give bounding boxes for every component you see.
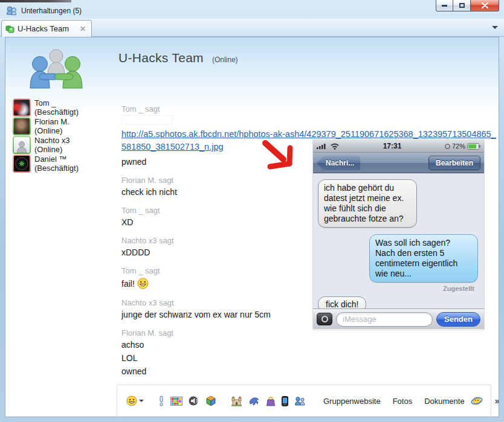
tab-u-hacks-team[interactable]: U-Hacks Team ✕ <box>1 20 92 37</box>
wifi-icon <box>330 143 340 150</box>
conversation-panel: U-Hacks Team (Online) Tom _ (Beschäftigt… <box>5 37 499 417</box>
list-item-florian[interactable]: Florian M. (Online) <box>13 117 79 135</box>
tab-close-icon[interactable]: ✕ <box>78 25 88 33</box>
iphone-nav-bar: Nachri... Bearbeiten <box>313 153 484 173</box>
share-people-icon <box>294 396 306 406</box>
window-controls <box>436 0 499 11</box>
color-palette-icon <box>170 397 183 406</box>
dizzy-emoticon-icon <box>471 395 483 406</box>
emoticon-picker-button[interactable] <box>126 395 144 406</box>
messenger-window: Unterhaltungen (5) U-Hacks Team ✕ <box>0 0 504 422</box>
mobile-button[interactable] <box>282 396 288 406</box>
leaf-badge-icon <box>15 157 28 170</box>
group-buddies-icon <box>25 47 88 95</box>
message-text: LOL <box>121 353 497 363</box>
participant-list: Tom _ (Beschäftigt) Florian M. (Online) <box>13 98 79 173</box>
window-title: Unterhaltungen (5) <box>21 7 82 15</box>
conversation-header: U-Hacks Team (Online) <box>118 51 238 65</box>
signal-icon <box>317 143 327 149</box>
contact-status: (Beschäftigt) <box>34 107 79 117</box>
nudge-button[interactable] <box>158 395 164 406</box>
close-button[interactable] <box>471 0 499 11</box>
shopping-bag-icon <box>266 396 276 406</box>
castle-icon <box>231 396 242 406</box>
imessage-input: iMessage <box>336 312 433 327</box>
conversation-toolbar: Gruppenwebsite Fotos Dokumente » <box>117 385 491 417</box>
contact-status: (Beschäftigt) <box>34 164 79 173</box>
games-dragon-button[interactable] <box>248 396 260 406</box>
lock-icon <box>445 144 450 149</box>
contact-name: Florian M. <box>34 117 69 126</box>
titlebar: Unterhaltungen (5) <box>0 2 504 19</box>
shopping-button[interactable] <box>266 396 276 406</box>
games-castle-button[interactable] <box>231 396 242 406</box>
incoming-bubble: fick dich! <box>318 296 366 309</box>
messenger-app-icon <box>6 6 17 16</box>
mobile-phone-icon <box>282 396 288 406</box>
chevron-down-icon <box>139 400 144 402</box>
page-title: U-Hacks Team <box>118 51 204 65</box>
list-item-daniel[interactable]: Daniel ™ (Beschäftigt) <box>13 155 79 173</box>
message-text: owned <box>121 366 497 376</box>
nudge-icon <box>158 395 164 406</box>
battery-percent: 72% <box>452 142 465 150</box>
red-arrow-annotation <box>256 138 301 175</box>
tab-list-dropdown-icon[interactable] <box>492 26 498 29</box>
contact-name: Tom _ <box>34 98 79 107</box>
avatar <box>13 98 31 117</box>
voice-clip-button[interactable] <box>189 396 199 406</box>
back-button: Nachri... <box>317 156 360 170</box>
gruppenwebsite-link[interactable]: Gruppenwebsite <box>323 397 381 406</box>
maximize-icon <box>459 3 465 8</box>
imessage-thread: ich habe gehört du datest jetzt meine ex… <box>313 173 484 309</box>
edit-button: Bearbeiten <box>428 156 480 170</box>
contact-status: (Online) <box>34 145 70 154</box>
camera-icon <box>317 313 332 325</box>
contact-status: (Online) <box>34 126 69 135</box>
tab-label: U-Hacks Team <box>18 24 78 33</box>
default-person-icon <box>16 141 27 153</box>
smiley-icon <box>126 395 137 406</box>
message-text: achso <box>121 340 497 350</box>
iphone-status-bar: 17:31 72% <box>313 140 484 153</box>
message-sender: Tom _ sagt <box>121 104 497 113</box>
iphone-clock: 17:31 <box>340 142 445 150</box>
close-icon <box>482 2 488 8</box>
avatar <box>13 117 31 135</box>
activities-button[interactable] <box>205 395 216 406</box>
message-sender: Florian M. sagt <box>121 328 497 337</box>
fotos-link[interactable]: Fotos <box>393 397 413 406</box>
dokumente-link[interactable]: Dokumente <box>424 397 464 406</box>
sharing-button[interactable] <box>294 396 306 406</box>
grin-emoticon <box>137 278 149 289</box>
outgoing-bubble: Was soll ich sagen? Nach den ersten 5 ce… <box>369 234 478 283</box>
toolbar-overflow-button[interactable]: » <box>495 396 499 406</box>
battery-icon <box>467 143 480 150</box>
group-tab-icon <box>5 25 15 33</box>
imessage-compose-bar: iMessage Senden <box>313 309 484 329</box>
avatar <box>13 155 31 173</box>
contact-name: Daniel ™ <box>34 155 79 164</box>
senden-button: Senden <box>436 312 480 327</box>
list-item-tom[interactable]: Tom _ (Beschäftigt) <box>13 98 79 117</box>
dragon-icon <box>248 396 260 406</box>
delivered-label: Zugestellt <box>318 285 474 292</box>
avatar <box>13 136 31 154</box>
minimize-icon <box>442 5 447 7</box>
group-status: (Online) <box>212 56 238 64</box>
minimize-button[interactable] <box>436 0 453 11</box>
conversation-tabbar: U-Hacks Team ✕ <box>0 19 504 37</box>
contact-name: Nachto x3 <box>34 136 70 145</box>
maximize-button[interactable] <box>453 0 471 11</box>
cube-icon <box>205 395 216 406</box>
incoming-bubble: ich habe gehört du datest jetzt meine ex… <box>318 179 417 228</box>
speaker-icon <box>189 396 199 406</box>
redacted-message <box>121 116 172 124</box>
iphone-screenshot-image: 17:31 72% Nachri... Bearbeiten ich habe … <box>313 140 484 330</box>
winks-button[interactable] <box>170 397 183 406</box>
list-item-nachto[interactable]: Nachto x3 (Online) <box>13 136 79 154</box>
